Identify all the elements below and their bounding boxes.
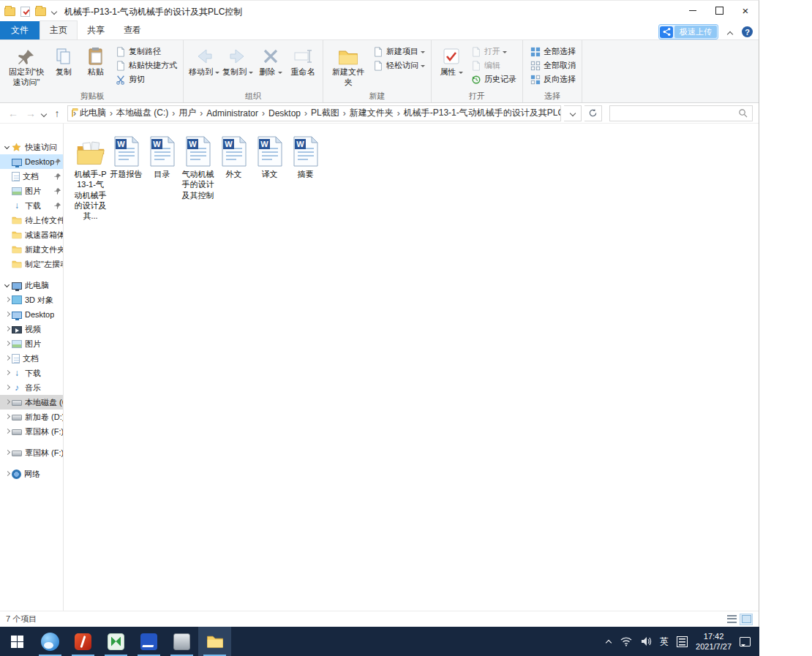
breadcrumb-segment[interactable]: 此电脑: [76, 107, 110, 119]
forward-button[interactable]: →: [23, 108, 38, 119]
taskbar-app-cad-app[interactable]: [132, 627, 165, 656]
sidebar-item-folder[interactable]: 新建文件夹: [0, 242, 63, 257]
collapse-chevron-icon[interactable]: [3, 448, 12, 457]
sidebar-item-drive-f-root[interactable]: 覃国林 (F:): [0, 445, 63, 460]
restore-button[interactable]: [706, 1, 732, 20]
recent-locations-icon[interactable]: [41, 111, 47, 117]
select-all-button[interactable]: 全部选择: [528, 45, 578, 59]
hidden-icons-chevron-icon[interactable]: [606, 638, 612, 645]
sidebar-item-downloads-pc[interactable]: ↓ 下载: [0, 366, 63, 380]
sidebar-item-videos[interactable]: 视频: [0, 322, 63, 336]
help-icon[interactable]: ?: [742, 26, 753, 37]
edit-button[interactable]: 编辑: [469, 59, 519, 72]
breadcrumb-segment[interactable]: 本地磁盘 (C:): [113, 107, 172, 119]
address-dropdown-button[interactable]: [564, 105, 582, 121]
customize-dropdown-icon[interactable]: [51, 9, 57, 15]
file-item-word[interactable]: 开题报告: [109, 133, 143, 179]
collapse-chevron-icon[interactable]: [3, 339, 12, 348]
breadcrumb[interactable]: 此电脑 本地磁盘 (C:) 用户 Administrator Desktop P…: [67, 105, 561, 121]
sidebar-quick-access-header[interactable]: 快速访问: [0, 140, 63, 154]
taskbar-app-design-app[interactable]: [99, 627, 132, 656]
close-button[interactable]: ×: [732, 1, 759, 20]
tab-share[interactable]: 共享: [78, 21, 114, 39]
file-list-area[interactable]: 机械手-P13-1-气动机械手的设计及其... 开题报告 目录 气动机械手的设计…: [64, 124, 759, 611]
start-button[interactable]: [0, 627, 34, 656]
collapse-chevron-icon[interactable]: [3, 354, 12, 363]
sidebar-item-folder[interactable]: 减速器箱体零件的工: [0, 227, 63, 242]
collapse-chevron-icon[interactable]: [3, 325, 12, 333]
refresh-button[interactable]: [584, 105, 602, 121]
new-folder-button[interactable]: 新建文件夹: [327, 42, 369, 89]
easy-access-button[interactable]: 轻松访问: [371, 59, 427, 72]
search-box[interactable]: [609, 105, 753, 121]
expand-chevron-icon[interactable]: [3, 143, 12, 151]
large-icons-view-button[interactable]: [740, 614, 753, 625]
folder-icon[interactable]: [35, 7, 46, 16]
breadcrumb-segment[interactable]: 用户: [175, 107, 200, 119]
breadcrumb-segment[interactable]: 新建文件夹: [346, 107, 397, 119]
taskbar-app-file-explorer[interactable]: [198, 627, 231, 656]
paste-shortcut-button[interactable]: 粘贴快捷方式: [113, 59, 179, 72]
sidebar-item-desktop-pc[interactable]: Desktop: [0, 307, 63, 322]
properties-button[interactable]: 属性: [435, 42, 467, 79]
up-button[interactable]: ↑: [50, 108, 64, 119]
copy-path-button[interactable]: 复制路径: [113, 45, 179, 59]
file-item-word[interactable]: 气动机械手的设计及其控制: [181, 133, 215, 200]
file-item-word[interactable]: 译文: [252, 133, 287, 179]
action-center-icon[interactable]: [740, 637, 751, 646]
cut-button[interactable]: 剪切: [113, 72, 179, 86]
sidebar-item-drive-f[interactable]: 覃国林 (F:): [0, 424, 63, 439]
collapse-chevron-icon[interactable]: [3, 295, 12, 304]
volume-icon[interactable]: [640, 636, 652, 646]
sidebar-item-network[interactable]: 网络: [0, 467, 63, 481]
sidebar-item-documents[interactable]: 文档: [0, 169, 63, 184]
sidebar-this-pc-header[interactable]: 此电脑: [0, 278, 63, 293]
rename-button[interactable]: 重命名: [287, 42, 319, 79]
file-item-word[interactable]: 外文: [217, 133, 251, 179]
collapse-chevron-icon[interactable]: [3, 310, 12, 319]
breadcrumb-segment[interactable]: 机械手-P13-1-气动机械手的设计及其PLC控制: [400, 107, 561, 119]
breadcrumb-segment[interactable]: PL截图: [307, 107, 343, 119]
copy-to-button[interactable]: 复制到: [221, 42, 255, 79]
network-icon[interactable]: [620, 636, 632, 646]
sidebar-item-documents-pc[interactable]: 文档: [0, 351, 63, 366]
sidebar-item-drive-d[interactable]: 新加卷 (D:): [0, 410, 63, 424]
open-button[interactable]: 打开: [469, 45, 519, 59]
taskbar-app-browser[interactable]: [34, 627, 67, 656]
taskbar-app-media-tool[interactable]: [67, 627, 99, 656]
file-item-word[interactable]: 目录: [145, 133, 179, 179]
taskbar-app-viewer-app[interactable]: [165, 627, 198, 656]
select-none-button[interactable]: 全部取消: [528, 59, 578, 72]
invert-selection-button[interactable]: 反向选择: [528, 72, 578, 86]
sidebar-item-downloads[interactable]: ↓ 下载: [0, 198, 63, 213]
file-item-folder[interactable]: 机械手-P13-1-气动机械手的设计及其...: [73, 133, 108, 221]
netdisk-upload-button[interactable]: 极速上传: [658, 24, 718, 39]
collapse-chevron-icon[interactable]: [3, 383, 12, 392]
breadcrumb-segment[interactable]: Administrator: [203, 108, 262, 118]
taskbar-clock[interactable]: 17:42 2021/7/27: [696, 631, 732, 652]
history-button[interactable]: 历史记录: [469, 72, 519, 86]
collapse-chevron-icon[interactable]: [3, 427, 12, 436]
ribbon-collapse-icon[interactable]: [727, 29, 733, 35]
sidebar-item-folder[interactable]: 待上传文件: [0, 213, 63, 227]
details-view-button[interactable]: [725, 614, 738, 625]
collapse-chevron-icon[interactable]: [3, 412, 12, 421]
pin-to-quick-access-button[interactable]: 固定到"快速访问": [5, 42, 48, 89]
copy-button[interactable]: 复制: [48, 42, 80, 79]
sidebar-item-pictures-pc[interactable]: 图片: [0, 336, 63, 351]
tab-view[interactable]: 查看: [114, 21, 151, 39]
collapse-chevron-icon[interactable]: [3, 470, 12, 478]
search-input[interactable]: [614, 108, 738, 118]
input-language-indicator[interactable]: 英: [660, 636, 669, 648]
sidebar-item-drive-c[interactable]: 本地磁盘 (C:): [0, 395, 63, 410]
collapse-chevron-icon[interactable]: [3, 369, 12, 377]
sidebar-item-music[interactable]: ♪ 音乐: [0, 380, 63, 395]
new-item-button[interactable]: 新建项目: [371, 45, 427, 59]
sidebar-item-3d-objects[interactable]: 3D 对象: [0, 293, 63, 307]
delete-button[interactable]: 删除: [255, 42, 287, 79]
file-item-word[interactable]: 摘要: [288, 133, 323, 179]
ime-icon[interactable]: [677, 636, 688, 647]
paste-button[interactable]: 粘贴: [80, 42, 112, 79]
properties-check-icon[interactable]: [20, 7, 30, 17]
breadcrumb-segment[interactable]: Desktop: [265, 108, 304, 118]
